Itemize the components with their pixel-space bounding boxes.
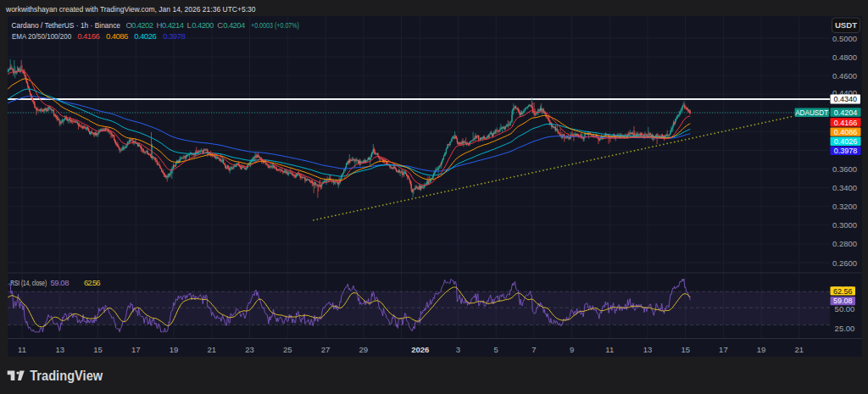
svg-text:0.4204: 0.4204: [834, 108, 858, 117]
svg-text:0.4600: 0.4600: [832, 71, 857, 80]
svg-text:15: 15: [93, 345, 103, 354]
svg-text:5: 5: [494, 345, 498, 354]
svg-text:0.3000: 0.3000: [832, 220, 857, 230]
svg-text:0.3600: 0.3600: [832, 164, 857, 174]
svg-text:19: 19: [757, 345, 766, 354]
svg-text:0.3200: 0.3200: [832, 202, 857, 211]
svg-text:59.08: 59.08: [833, 297, 853, 305]
svg-text:29: 29: [359, 345, 369, 354]
svg-text:workwithshayan created with Tr: workwithshayan created with TradingView.…: [5, 4, 255, 14]
svg-text:21: 21: [208, 345, 217, 354]
svg-text:13: 13: [643, 345, 653, 354]
svg-text:11: 11: [18, 345, 26, 354]
svg-text:0.4086: 0.4086: [834, 128, 858, 136]
svg-text:17: 17: [131, 345, 141, 354]
svg-text:0.3978: 0.3978: [834, 147, 858, 155]
svg-text:0.4026: 0.4026: [834, 137, 858, 146]
svg-text:0.4166: 0.4166: [834, 119, 858, 127]
svg-text:13: 13: [55, 345, 64, 354]
svg-text:15: 15: [681, 345, 690, 354]
svg-text:USDT: USDT: [835, 20, 857, 30]
svg-text:25: 25: [283, 345, 292, 354]
svg-text:0.2800: 0.2800: [832, 239, 857, 248]
svg-text:0.5000: 0.5000: [832, 34, 857, 43]
svg-text:7: 7: [531, 345, 536, 354]
svg-text:3: 3: [456, 345, 460, 354]
svg-text:2026: 2026: [411, 345, 429, 354]
svg-text:0.4800: 0.4800: [832, 53, 857, 62]
svg-text:ADAUSDT: ADAUSDT: [795, 109, 828, 117]
svg-text:27: 27: [321, 345, 331, 354]
svg-text:RSI (14, close)59.0862.56: RSI (14, close)59.0862.56: [10, 278, 100, 287]
svg-text:21: 21: [795, 345, 804, 354]
svg-text:25.00: 25.00: [835, 324, 855, 333]
svg-text:TradingView: TradingView: [30, 368, 103, 384]
svg-text:0.3400: 0.3400: [832, 183, 857, 192]
svg-text:62.56: 62.56: [833, 287, 853, 296]
svg-text:23: 23: [245, 345, 254, 354]
svg-text:9: 9: [570, 345, 574, 354]
svg-text:11: 11: [605, 345, 614, 354]
svg-text:0.2600: 0.2600: [832, 258, 857, 268]
svg-text:17: 17: [719, 345, 728, 354]
svg-text:19: 19: [170, 345, 179, 354]
svg-text:0.4340: 0.4340: [833, 95, 857, 103]
